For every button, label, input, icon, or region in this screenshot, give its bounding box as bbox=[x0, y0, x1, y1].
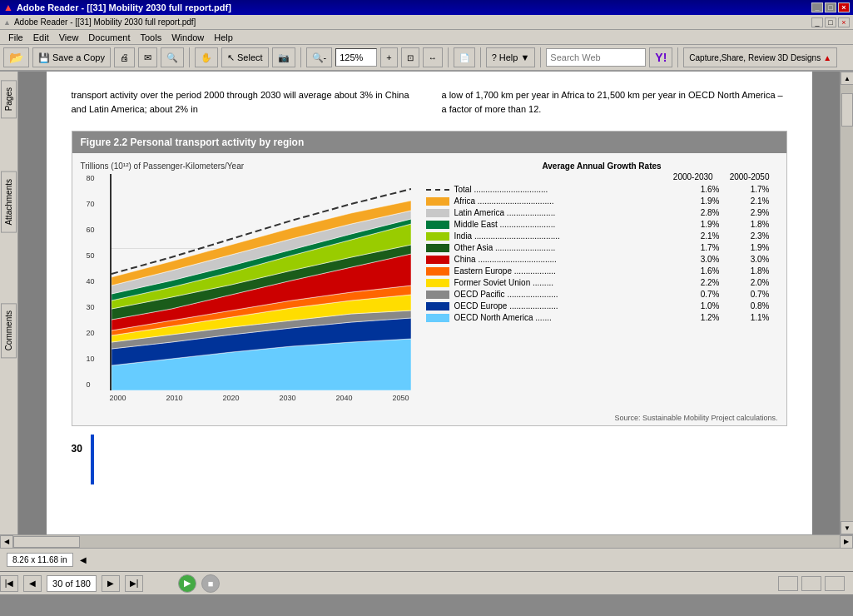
next-page-button[interactable]: ▶ bbox=[102, 575, 120, 592]
close-button[interactable]: × bbox=[838, 2, 850, 12]
inner-restore[interactable]: □ bbox=[825, 17, 836, 27]
snapshot-button[interactable]: 📷 bbox=[272, 47, 295, 67]
right-scrollbar: ▲ ▼ bbox=[840, 72, 853, 534]
first-page-button[interactable]: |◀ bbox=[0, 575, 18, 592]
page-input[interactable] bbox=[47, 575, 97, 592]
former-soviet-swatch bbox=[426, 279, 449, 287]
prev-page-button[interactable]: ◀ bbox=[23, 575, 42, 592]
pages-tab[interactable]: Pages bbox=[1, 80, 17, 118]
menu-view[interactable]: View bbox=[54, 32, 84, 42]
menu-document[interactable]: Document bbox=[83, 32, 135, 42]
save-copy-button[interactable]: 💾 Save a Copy bbox=[32, 47, 111, 67]
scroll-down-button[interactable]: ▼ bbox=[841, 521, 853, 534]
cursor-icon: ↖ bbox=[227, 52, 235, 63]
content-area: Pages Attachments Comments transport act… bbox=[0, 72, 853, 534]
help-button[interactable]: ? Help ▼ bbox=[486, 47, 536, 67]
title-bar: ▲ Adobe Reader - [[31] Mobility 2030 ful… bbox=[0, 0, 853, 15]
hscroll-thumb[interactable] bbox=[13, 536, 80, 548]
separator5 bbox=[540, 47, 541, 67]
hscroll-left-button[interactable]: ◀ bbox=[0, 535, 13, 549]
separator4 bbox=[480, 47, 481, 67]
hscroll-right-button[interactable]: ▶ bbox=[840, 535, 853, 549]
last-page-button[interactable]: ▶| bbox=[125, 575, 143, 592]
chart-svg bbox=[112, 174, 411, 390]
maximize-button[interactable]: □ bbox=[825, 2, 836, 12]
view-option-1[interactable] bbox=[778, 576, 798, 591]
figure-box: Figure 2.2 Personal transport activity b… bbox=[72, 131, 787, 426]
inner-minimize[interactable]: _ bbox=[811, 17, 823, 27]
separator6 bbox=[677, 47, 678, 67]
zoom-input[interactable] bbox=[335, 48, 377, 67]
app-icon-small: ▲ bbox=[3, 18, 11, 27]
pdf-area: transport activity over the period 2000 … bbox=[18, 72, 840, 534]
capture-button[interactable]: Capture,Share, Review 3D Designs ▲ bbox=[683, 47, 837, 67]
menu-file[interactable]: File bbox=[3, 32, 28, 42]
scroll-track bbox=[841, 85, 853, 521]
hand-tool-button[interactable]: ✋ bbox=[195, 47, 218, 67]
menu-help[interactable]: Help bbox=[209, 32, 238, 42]
play-button[interactable]: ▶ bbox=[178, 574, 196, 593]
comments-tab[interactable]: Comments bbox=[1, 303, 17, 358]
yahoo-button[interactable]: Y! bbox=[649, 47, 672, 67]
view-option-3[interactable] bbox=[825, 576, 845, 591]
window-title: Adobe Reader - [[31] Mobility 2030 full … bbox=[17, 2, 811, 12]
legend-oecd-europe: OECD Europe ..................... 1.0% 0… bbox=[426, 301, 778, 310]
legend-africa: Africa .................................… bbox=[426, 196, 778, 206]
fit-width-icon: ↔ bbox=[429, 53, 437, 62]
menu-tools[interactable]: Tools bbox=[136, 32, 167, 42]
status-bar: 8.26 x 11.68 in ◀ bbox=[0, 548, 853, 571]
navigation-bar: |◀ ◀ ▶ ▶| ▶ ■ bbox=[0, 571, 853, 594]
minimize-button[interactable]: _ bbox=[811, 2, 823, 12]
legend-oecd-pacific: OECD Pacific ...................... 0.7%… bbox=[426, 290, 778, 299]
email-button[interactable]: ✉ bbox=[138, 47, 157, 67]
scroll-up-button[interactable]: ▲ bbox=[841, 72, 853, 85]
attachments-tab[interactable]: Attachments bbox=[1, 171, 17, 233]
app-icon: ▲ bbox=[3, 2, 13, 13]
zoom-in-button[interactable]: + bbox=[380, 47, 397, 67]
inner-close[interactable]: × bbox=[838, 17, 850, 27]
latin-america-swatch bbox=[426, 209, 449, 217]
legend-former-soviet: Former Soviet Union ......... 2.2% 2.0% bbox=[426, 278, 778, 287]
capture-label: Capture,Share, Review 3D Designs bbox=[689, 53, 821, 62]
legend-oecd-north-america: OECD North America ....... 1.2% 1.1% bbox=[426, 313, 778, 322]
x-axis-labels: 2000 2010 2020 2030 2040 2050 bbox=[110, 394, 409, 402]
zoom-out-button[interactable]: 🔍- bbox=[306, 47, 333, 67]
separator3 bbox=[448, 47, 449, 67]
blue-bookmark-line bbox=[91, 435, 94, 484]
chart-wrapper: 0 10 20 30 40 50 60 70 80 bbox=[110, 174, 409, 402]
binoculars-icon: 🔍 bbox=[166, 52, 178, 63]
text-columns: transport activity over the period 2000 … bbox=[72, 88, 787, 122]
search-input[interactable] bbox=[546, 48, 646, 67]
china-swatch bbox=[426, 256, 449, 264]
oecd-pacific-swatch bbox=[426, 291, 449, 299]
oecd-north-america-swatch bbox=[426, 314, 449, 322]
scroll-thumb[interactable] bbox=[841, 93, 853, 127]
legend-india: India ..................................… bbox=[426, 231, 778, 241]
africa-swatch bbox=[426, 197, 449, 206]
select-tool-button[interactable]: ↖ Select bbox=[221, 47, 269, 67]
app-name: Adobe Reader - [[31] Mobility 2030 full … bbox=[14, 17, 196, 27]
legend-china: China ..................................… bbox=[426, 255, 778, 264]
menu-edit[interactable]: Edit bbox=[28, 32, 54, 42]
legend-other-asia: Other Asia .......................... 1.… bbox=[426, 243, 778, 252]
fit-icon: ⊡ bbox=[407, 53, 414, 62]
source-text: Source: Sustainable Mobility Project cal… bbox=[72, 410, 786, 425]
secondary-titlebar: ▲ Adobe Reader - [[31] Mobility 2030 ful… bbox=[0, 15, 853, 30]
help-icon: ? bbox=[492, 52, 497, 62]
page-size: 8.26 x 11.68 in bbox=[7, 553, 73, 567]
view-option-2[interactable] bbox=[801, 576, 821, 591]
open-button[interactable]: 📂 bbox=[3, 47, 29, 67]
fit-width-button[interactable]: ↔ bbox=[423, 47, 443, 67]
pdf-page: transport activity over the period 2000 … bbox=[47, 72, 812, 534]
menu-window[interactable]: Window bbox=[166, 32, 209, 42]
stop-button[interactable]: ■ bbox=[201, 574, 220, 593]
find-button[interactable]: 🔍 bbox=[161, 47, 184, 67]
email-icon: ✉ bbox=[144, 52, 151, 63]
menu-bar: File Edit View Document Tools Window Hel… bbox=[0, 30, 853, 45]
chart-container: 0 10 20 30 40 50 60 70 80 bbox=[110, 174, 409, 390]
hscroll-track bbox=[13, 535, 840, 548]
text-left: transport activity over the period 2000 … bbox=[72, 88, 417, 122]
article-thread-button[interactable]: 📄 bbox=[454, 47, 475, 67]
print-button[interactable]: 🖨 bbox=[114, 47, 135, 67]
fit-page-button[interactable]: ⊡ bbox=[401, 47, 419, 67]
